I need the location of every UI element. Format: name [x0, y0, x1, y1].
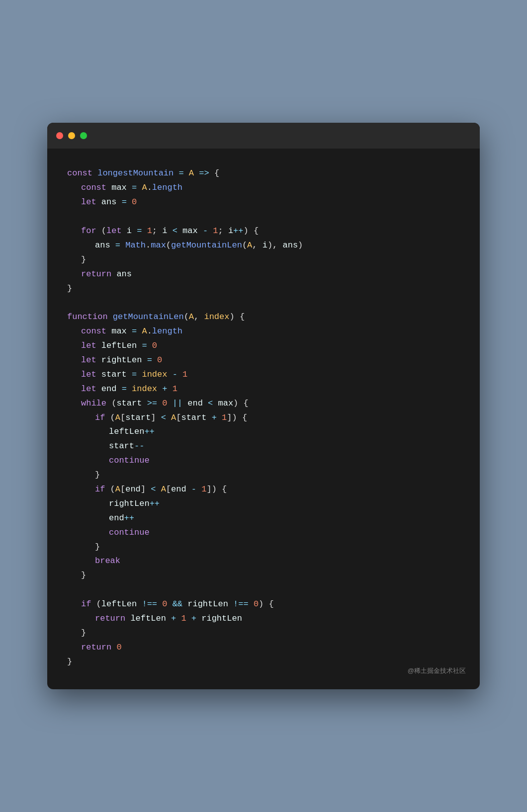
code-editor: const longestMountain = A => { const max…: [47, 149, 480, 689]
minimize-button[interactable]: [68, 132, 75, 139]
code-line-31: if (leftLen !== 0 && rightLen !== 0) {: [67, 597, 460, 612]
code-line-5: for (let i = 1; i < max - 1; i++) {: [67, 224, 460, 239]
code-line-16: let end = index + 1: [67, 382, 460, 397]
code-line-23: if (A[end] < A[end - 1]) {: [67, 483, 460, 497]
code-line-13: let leftLen = 0: [67, 339, 460, 353]
code-line-14: let rightLen = 0: [67, 353, 460, 368]
maximize-button[interactable]: [80, 132, 87, 139]
code-line-11: function getMountainLen(A, index) {: [67, 310, 460, 325]
code-line-7: }: [67, 253, 460, 267]
code-line-19: leftLen++: [67, 425, 460, 439]
blank-line-10: [67, 296, 460, 310]
watermark: @稀土掘金技术社区: [408, 666, 466, 675]
code-line-18: if (A[start] < A[start + 1]) {: [67, 411, 460, 425]
code-line-3: let ans = 0: [67, 195, 460, 210]
close-button[interactable]: [56, 132, 63, 139]
code-line-12: const max = A.length: [67, 325, 460, 339]
code-line-8: return ans: [67, 267, 460, 282]
titlebar: [47, 123, 480, 149]
code-line-28: break: [67, 554, 460, 568]
code-line-35: }: [67, 655, 460, 669]
code-line-22: }: [67, 468, 460, 483]
code-line-17: while (start >= 0 || end < max) {: [67, 397, 460, 411]
code-line-29: }: [67, 568, 460, 583]
code-line-20: start--: [67, 439, 460, 454]
code-line-33: }: [67, 626, 460, 641]
code-line-9: }: [67, 282, 460, 296]
code-line-1: const longestMountain = A => {: [67, 166, 460, 181]
code-window: const longestMountain = A => { const max…: [47, 123, 480, 689]
code-line-25: end++: [67, 511, 460, 526]
code-line-2: const max = A.length: [67, 181, 460, 195]
code-line-21: continue: [67, 454, 460, 468]
code-line-26: continue: [67, 526, 460, 540]
code-line-34: return 0: [67, 641, 460, 655]
blank-line-4: [67, 210, 460, 224]
code-line-32: return leftLen + 1 + rightLen: [67, 612, 460, 626]
code-line-24: rightLen++: [67, 497, 460, 511]
code-line-6: ans = Math.max(getMountainLen(A, i), ans…: [67, 239, 460, 253]
code-line-15: let start = index - 1: [67, 368, 460, 382]
code-line-27: }: [67, 540, 460, 555]
blank-line-30: [67, 583, 460, 597]
